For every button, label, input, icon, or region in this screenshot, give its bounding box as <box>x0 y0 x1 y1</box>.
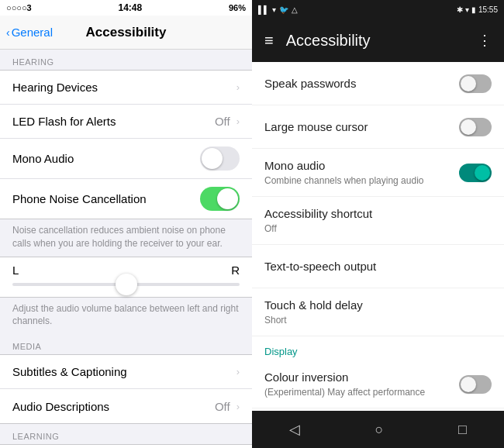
android-row-mono-audio: Mono audio Combine channels when playing… <box>264 158 459 187</box>
list-item[interactable]: Audio Descriptions Off › <box>0 389 252 423</box>
android-row-a11y-shortcut: Accessibility shortcut Off <box>264 206 492 235</box>
noise-cancel-toggle[interactable] <box>200 187 240 211</box>
ios-status-bar: ○○○○3 14:48 96% <box>0 0 252 16</box>
android-battery-icon: ▮ <box>471 5 476 14</box>
list-item[interactable]: Accessibility shortcut Off <box>252 197 504 245</box>
android-wifi-strength-icon: ▾ <box>465 5 469 14</box>
list-item[interactable]: Guided Access Off › <box>0 445 252 448</box>
ios-noise-note: Noise cancellation reduces ambient noise… <box>0 219 252 257</box>
android-bottom-nav: ◁ ○ □ <box>252 411 504 448</box>
android-home-button[interactable]: ○ <box>375 422 384 438</box>
ios-row-hearing-devices-label: Hearing Devices <box>12 81 98 94</box>
list-item[interactable]: LED Flash for Alerts Off › <box>0 105 252 139</box>
android-tts-title: Text-to-speech output <box>264 259 492 274</box>
android-twitter-icon: 🐦 <box>279 5 288 14</box>
android-wifi-icon: ▾ <box>272 5 276 14</box>
hamburger-menu-icon[interactable]: ≡ <box>264 32 274 50</box>
ios-status-battery: 96% <box>229 3 246 12</box>
toggle-knob <box>461 119 476 135</box>
ios-back-button[interactable]: ‹ General <box>6 26 53 39</box>
ios-hearing-group: Hearing Devices › LED Flash for Alerts O… <box>0 70 252 219</box>
android-toolbar: ≡ Accessibility ⋮ <box>252 19 504 62</box>
android-row-speak-pwd: Speak passwords <box>264 76 459 91</box>
android-status-right: ✱ ▾ ▮ 15:55 <box>457 5 498 14</box>
android-status-time: 15:55 <box>478 5 498 14</box>
ios-section-hearing: Hearing <box>0 50 252 70</box>
android-section-display: Display <box>252 336 504 360</box>
ios-carrier-text: ○○○○3 <box>6 3 32 12</box>
ios-media-group: Subtitles & Captioning › Audio Descripti… <box>0 354 252 424</box>
ios-audio-desc-label: Audio Descriptions <box>12 400 109 413</box>
ios-slider-thumb[interactable] <box>116 274 137 295</box>
ios-subtitles-label: Subtitles & Captioning <box>12 365 127 378</box>
ios-nav-bar: ‹ General Accessibility <box>0 16 252 50</box>
android-row-tts: Text-to-speech output <box>264 259 492 274</box>
chevron-right-icon: › <box>236 401 240 412</box>
ios-row-led-flash-value: Off › <box>215 115 240 128</box>
ios-battery-text: 96% <box>229 3 246 12</box>
android-signal-icon: ▌▌ <box>258 5 269 14</box>
list-item: Mono Audio <box>0 139 252 179</box>
slider-label-right: R <box>231 264 240 277</box>
ios-slider-track[interactable] <box>12 283 240 286</box>
mono-audio-toggle[interactable] <box>459 164 492 182</box>
ios-status-carrier: ○○○○3 <box>6 3 32 12</box>
ios-section-learning: Learning <box>0 424 252 444</box>
list-item: Mono audio Combine channels when playing… <box>252 149 504 197</box>
chevron-right-icon: › <box>236 115 240 127</box>
colour-inversion-toggle[interactable] <box>459 375 492 394</box>
android-recents-button[interactable]: □ <box>458 422 467 438</box>
android-hold-delay-title: Touch & hold delay <box>264 298 492 313</box>
overflow-menu-icon[interactable]: ⋮ <box>478 32 492 49</box>
android-row-hold-delay: Touch & hold delay Short <box>264 298 492 326</box>
ios-content: Hearing Hearing Devices › LED Flash for … <box>0 50 252 448</box>
list-item[interactable]: Touch & hold delay Short <box>252 288 504 336</box>
android-row-large-cursor: Large mouse cursor <box>264 119 459 135</box>
ios-row-led-flash-label: LED Flash for Alerts <box>12 115 116 128</box>
android-a11y-shortcut-subtitle: Off <box>264 223 492 236</box>
list-item[interactable]: Hearing Devices › <box>0 71 252 105</box>
ios-row-mono-audio-label: Mono Audio <box>12 152 74 165</box>
android-panel: ▌▌ ▾ 🐦 △ ✱ ▾ ▮ 15:55 ≡ Accessibility ⋮ S… <box>252 0 504 448</box>
large-cursor-toggle[interactable] <box>459 118 492 136</box>
ios-row-noise-cancel-label: Phone Noise Cancellation <box>12 192 147 205</box>
android-mono-audio-subtitle: Combine channels when playing audio <box>264 175 459 188</box>
toggle-knob <box>202 148 223 169</box>
toggle-knob <box>461 377 476 392</box>
ios-status-time: 14:48 <box>118 2 142 13</box>
ios-page-title: Accessibility <box>86 25 167 40</box>
android-page-title: Accessibility <box>286 32 465 50</box>
ios-slider-container: L R <box>0 257 252 298</box>
mono-audio-toggle[interactable] <box>200 146 240 171</box>
chevron-right-icon: › <box>236 81 240 93</box>
android-back-button[interactable]: ◁ <box>289 421 300 438</box>
ios-learning-group: Guided Access Off › Accessibility Shortc… <box>0 444 252 448</box>
chevron-right-icon: › <box>236 366 240 377</box>
android-speak-pwd-title: Speak passwords <box>264 76 459 91</box>
speak-passwords-toggle[interactable] <box>459 74 492 93</box>
android-warning-icon: △ <box>292 5 298 14</box>
android-large-cursor-title: Large mouse cursor <box>264 119 459 135</box>
list-item: Phone Noise Cancellation <box>0 179 252 219</box>
toggle-knob <box>475 165 490 181</box>
android-colour-inv-title: Colour inversion <box>264 370 459 385</box>
list-item: Colour inversion (Experimental) May affe… <box>252 360 504 408</box>
ios-back-label: General <box>12 26 53 39</box>
android-row-colour-inv: Colour inversion (Experimental) May affe… <box>264 370 459 398</box>
ios-row-hearing-devices-value: › <box>233 81 240 93</box>
ios-section-media: Media <box>0 334 252 354</box>
list-item[interactable]: Text-to-speech output <box>252 245 504 288</box>
android-mono-audio-title: Mono audio <box>264 158 459 174</box>
ios-audio-desc-value: Off › <box>215 400 240 413</box>
list-item: Speak passwords <box>252 62 504 105</box>
android-a11y-shortcut-title: Accessibility shortcut <box>264 206 492 222</box>
list-item: Large mouse cursor <box>252 105 504 149</box>
list-item[interactable]: Subtitles & Captioning › <box>0 355 252 389</box>
toggle-knob <box>461 76 476 91</box>
ios-subtitles-value: › <box>233 366 240 377</box>
ios-slider-note: Adjust the audio volume balance between … <box>0 298 252 335</box>
ios-back-chevron: ‹ <box>6 26 10 39</box>
android-bluetooth-icon: ✱ <box>457 5 463 14</box>
ios-panel: ○○○○3 14:48 96% ‹ General Accessibility … <box>0 0 252 448</box>
slider-label-left: L <box>12 264 19 277</box>
